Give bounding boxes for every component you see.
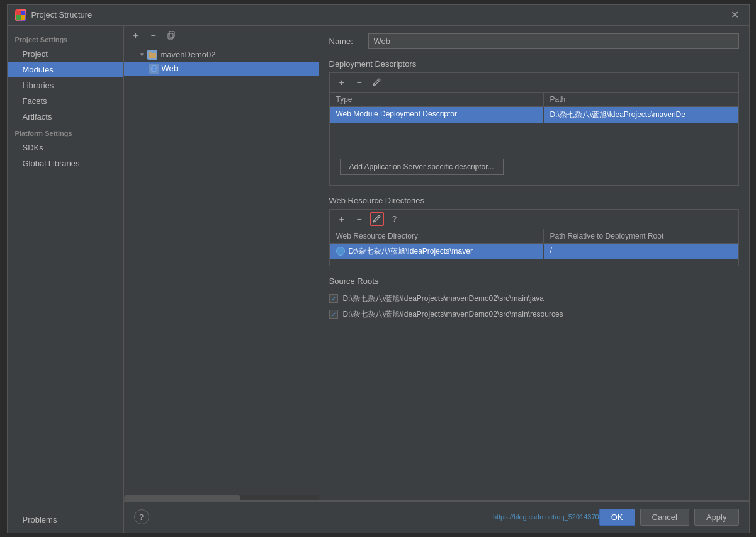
sidebar: Project Settings Project Modules Librari… bbox=[8, 26, 124, 533]
source-root-item-1: ✓ D:\杂七杂八\蓝旭\IdeaProjects\mavenDemo02\sr… bbox=[329, 308, 739, 321]
wrd-help-button[interactable]: ? bbox=[388, 212, 402, 226]
help-button[interactable]: ? bbox=[134, 509, 149, 524]
wrd-table-row[interactable]: D:\杂七杂八\蓝旭\IdeaProjects\maver / bbox=[330, 244, 738, 259]
web-resource-directories-title: Web Resource Directories bbox=[329, 196, 739, 205]
source-root-checkbox-1[interactable]: ✓ bbox=[329, 310, 338, 319]
content-top: + − ▼ bbox=[124, 26, 749, 501]
folder-icon bbox=[147, 50, 157, 60]
tree-add-button[interactable]: + bbox=[129, 28, 143, 42]
wrd-cell-directory: D:\杂七杂八\蓝旭\IdeaProjects\maver bbox=[330, 244, 544, 259]
dialog-title: Project Structure bbox=[31, 10, 93, 20]
dd-cell-type: Web Module Deployment Descriptor bbox=[330, 107, 544, 123]
name-label: Name: bbox=[329, 37, 361, 46]
web-resource-directories-section: Web Resource Directories + − bbox=[329, 196, 739, 266]
svg-rect-4 bbox=[168, 33, 173, 39]
apply-button[interactable]: Apply bbox=[694, 509, 739, 526]
wrd-toolbar: + − ? bbox=[330, 210, 738, 229]
deployment-toolbar: + − bbox=[330, 73, 738, 93]
sidebar-item-global-libraries[interactable]: Global Libraries bbox=[8, 155, 123, 171]
wrd-col2-header: Path Relative to Deployment Root bbox=[544, 229, 738, 243]
tree-item-web[interactable]: Web bbox=[124, 62, 319, 76]
wrd-cell-path: / bbox=[544, 244, 738, 259]
globe-icon bbox=[336, 247, 345, 256]
tree-arrow-icon: ▼ bbox=[139, 51, 145, 58]
svg-rect-3 bbox=[21, 15, 25, 20]
tree-panel: + − ▼ bbox=[124, 26, 319, 500]
source-root-item-0: ✓ D:\杂七杂八\蓝旭\IdeaProjects\mavenDemo02\sr… bbox=[329, 292, 739, 305]
source-root-path-1: D:\杂七杂八\蓝旭\IdeaProjects\mavenDemo02\src\… bbox=[343, 309, 563, 320]
sidebar-item-sdks[interactable]: SDKs bbox=[8, 140, 123, 155]
project-settings-label: Project Settings bbox=[8, 31, 123, 46]
sidebar-item-modules[interactable]: Modules bbox=[8, 62, 123, 77]
bottom-bar: ? https://blog.csdn.net/qq_52014370 OK C… bbox=[124, 501, 749, 533]
svg-rect-0 bbox=[16, 11, 21, 15]
ok-button[interactable]: OK bbox=[599, 509, 635, 526]
main-content: Project Settings Project Modules Librari… bbox=[8, 26, 749, 533]
source-roots-title: Source Roots bbox=[329, 276, 739, 286]
wrd-edit-button[interactable] bbox=[370, 212, 384, 226]
sidebar-item-project[interactable]: Project bbox=[8, 46, 123, 62]
tree-item-web-label: Web bbox=[162, 64, 179, 73]
app-icon bbox=[15, 9, 26, 21]
platform-settings-label: Platform Settings bbox=[8, 125, 123, 140]
svg-rect-2 bbox=[16, 15, 21, 20]
add-server-descriptor-button[interactable]: Add Application Server specific descript… bbox=[340, 159, 504, 175]
deployment-descriptors-section: Deployment Descriptors + − bbox=[329, 59, 739, 186]
dd-path-header: Path bbox=[544, 93, 738, 106]
web-resource-directories-block: + − ? bbox=[329, 209, 739, 266]
wrd-remove-button[interactable]: − bbox=[353, 212, 366, 226]
wrd-col1-header: Web Resource Directory bbox=[330, 229, 544, 243]
bottom-right: OK Cancel Apply bbox=[599, 509, 739, 526]
bottom-left: ? bbox=[134, 509, 149, 524]
wrd-add-button[interactable]: + bbox=[335, 212, 349, 226]
dd-cell-path: D:\杂七杂八\蓝旭\IdeaProjects\mavenDe bbox=[544, 107, 738, 123]
sidebar-item-libraries[interactable]: Libraries bbox=[8, 77, 123, 93]
svg-rect-1 bbox=[21, 11, 25, 15]
sidebar-item-problems[interactable]: Problems bbox=[8, 512, 123, 528]
dd-table-header: Type Path bbox=[330, 93, 738, 107]
content-area: + − ▼ bbox=[124, 26, 749, 533]
tree-item-mavenDemo02-label: mavenDemo02 bbox=[160, 50, 215, 59]
title-bar-left: Project Structure bbox=[15, 9, 93, 21]
tree-item-mavenDemo02[interactable]: ▼ mavenDemo02 bbox=[124, 48, 319, 62]
tree-remove-button[interactable]: − bbox=[147, 28, 161, 42]
tree-toolbar: + − bbox=[124, 26, 319, 45]
close-button[interactable]: ✕ bbox=[729, 9, 742, 21]
source-roots-section: Source Roots ✓ D:\杂七杂八\蓝旭\IdeaProjects\m… bbox=[329, 276, 739, 321]
title-bar: Project Structure ✕ bbox=[8, 5, 749, 26]
deployment-descriptors-block: + − bbox=[329, 72, 739, 186]
project-structure-dialog: Project Structure ✕ Project Settings Pro… bbox=[7, 4, 750, 533]
detail-panel: Name: Deployment Descriptors + − bbox=[319, 26, 749, 500]
module-icon bbox=[149, 64, 159, 74]
wrd-table-header: Web Resource Directory Path Relative to … bbox=[330, 229, 738, 244]
source-root-checkbox-0[interactable]: ✓ bbox=[329, 294, 338, 303]
cancel-button[interactable]: Cancel bbox=[640, 509, 689, 526]
deployment-descriptors-title: Deployment Descriptors bbox=[329, 59, 739, 69]
tree-copy-button[interactable] bbox=[164, 28, 178, 42]
name-row: Name: bbox=[329, 33, 739, 49]
name-input[interactable] bbox=[368, 33, 739, 49]
source-root-path-0: D:\杂七杂八\蓝旭\IdeaProjects\mavenDemo02\src\… bbox=[343, 293, 544, 304]
sidebar-item-artifacts[interactable]: Artifacts bbox=[8, 109, 123, 125]
dd-add-button[interactable]: + bbox=[335, 76, 349, 89]
svg-rect-5 bbox=[169, 31, 174, 37]
dd-type-header: Type bbox=[330, 93, 544, 106]
dd-table-row[interactable]: Web Module Deployment Descriptor D:\杂七杂八… bbox=[330, 107, 738, 123]
sidebar-item-facets[interactable]: Facets bbox=[8, 93, 123, 109]
status-url: https://blog.csdn.net/qq_52014370 bbox=[493, 513, 599, 521]
tree-content: ▼ mavenDemo02 bbox=[124, 45, 319, 495]
dd-remove-button[interactable]: − bbox=[353, 76, 366, 89]
dd-edit-button[interactable] bbox=[370, 76, 384, 89]
